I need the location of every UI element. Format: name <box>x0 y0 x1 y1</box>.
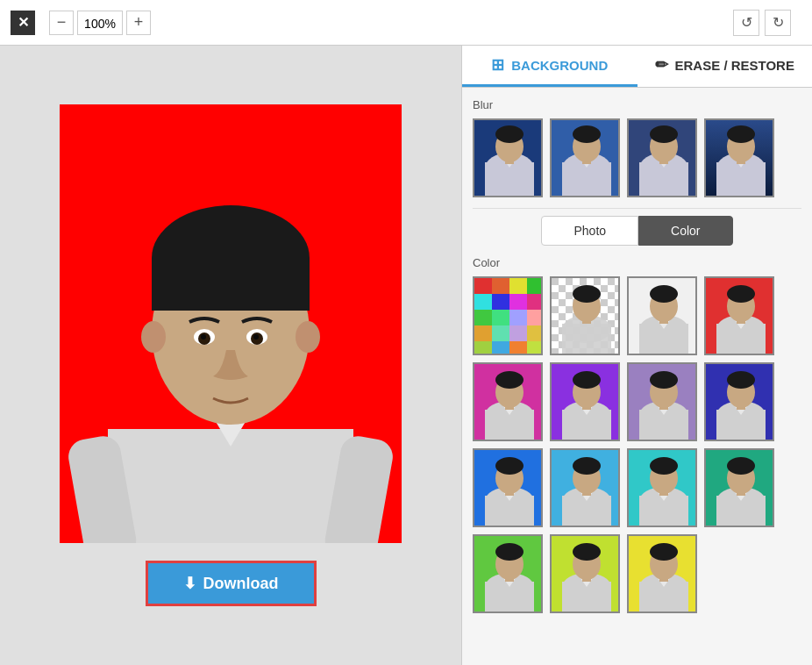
color-toggle-btn[interactable]: Color <box>638 216 732 246</box>
photo-color-toggle: Photo Color <box>473 216 801 246</box>
svg-point-85 <box>650 285 678 303</box>
svg-rect-51 <box>509 278 527 294</box>
svg-rect-54 <box>492 294 509 310</box>
color-sky-thumb[interactable] <box>550 448 620 527</box>
color-dark-blue-thumb[interactable] <box>704 362 774 441</box>
color-red-thumb[interactable] <box>704 276 774 355</box>
color-lavender-thumb[interactable] <box>627 362 697 441</box>
color-teal-thumb[interactable] <box>704 448 774 527</box>
svg-rect-57 <box>474 310 492 325</box>
tab-erase-label: ERASE / RESTORE <box>675 58 794 73</box>
blur-label: Blur <box>473 98 801 111</box>
svg-point-78 <box>573 285 601 303</box>
color-yellow-green-thumb[interactable] <box>550 534 620 613</box>
color-white-thumb[interactable] <box>627 276 697 355</box>
color-transparent-thumb[interactable] <box>550 276 620 355</box>
svg-rect-7 <box>152 258 310 311</box>
svg-point-47 <box>727 125 755 143</box>
svg-rect-61 <box>474 325 492 341</box>
download-icon: ⬇ <box>183 574 196 593</box>
photo-container: ⬇ Download <box>60 104 402 606</box>
svg-rect-66 <box>492 341 509 355</box>
panel-tabs: ⊞ BACKGROUND ✏ ERASE / RESTORE <box>462 46 812 88</box>
svg-point-15 <box>253 334 259 340</box>
svg-point-92 <box>727 285 755 303</box>
layers-icon: ⊞ <box>491 55 504 75</box>
svg-point-99 <box>495 371 524 389</box>
svg-rect-75 <box>562 324 611 355</box>
photo-toggle-btn[interactable]: Photo <box>541 216 638 246</box>
canvas-area: ⬇ Download <box>0 46 461 665</box>
tab-erase[interactable]: ✏ ERASE / RESTORE <box>637 46 813 87</box>
zoom-value: 100% <box>77 11 123 35</box>
svg-point-134 <box>573 457 601 475</box>
color-cyan-thumb[interactable] <box>627 448 697 527</box>
color-light-green-thumb[interactable] <box>473 534 543 613</box>
svg-point-32 <box>573 125 601 143</box>
svg-point-120 <box>727 371 755 389</box>
svg-rect-52 <box>527 278 543 294</box>
eraser-icon: ✏ <box>655 55 668 75</box>
svg-point-141 <box>650 457 678 475</box>
svg-rect-59 <box>509 310 527 325</box>
blur-thumb-3[interactable] <box>627 118 697 197</box>
svg-rect-68 <box>527 341 543 355</box>
svg-rect-65 <box>474 341 492 355</box>
redo-button[interactable]: ↻ <box>765 10 791 36</box>
svg-point-24 <box>495 125 524 143</box>
blur-thumb-1[interactable] <box>473 118 543 197</box>
top-bar: ✕ − 100% + ↺ ↻ <box>0 0 812 46</box>
svg-point-8 <box>141 321 166 353</box>
zoom-in-button[interactable]: + <box>126 11 151 35</box>
blur-thumb-4[interactable] <box>704 118 774 197</box>
svg-point-127 <box>495 457 524 475</box>
svg-rect-50 <box>492 278 509 294</box>
svg-point-14 <box>201 334 206 340</box>
svg-point-9 <box>296 321 320 353</box>
svg-rect-60 <box>527 310 543 325</box>
svg-point-169 <box>650 543 678 561</box>
svg-point-155 <box>495 543 524 561</box>
svg-rect-58 <box>492 310 509 325</box>
download-btn-wrapper: ⬇ Download <box>146 561 317 606</box>
tab-background[interactable]: ⊞ BACKGROUND <box>462 46 637 87</box>
zoom-controls: − 100% + <box>49 11 151 35</box>
svg-point-148 <box>727 457 755 475</box>
svg-rect-67 <box>509 341 527 355</box>
color-pink-thumb[interactable] <box>473 362 543 441</box>
svg-point-162 <box>573 543 601 561</box>
close-button[interactable]: ✕ <box>11 11 35 35</box>
svg-point-113 <box>650 371 678 389</box>
history-buttons: ↺ ↻ <box>733 10 791 36</box>
svg-rect-63 <box>509 325 527 341</box>
color-thumbnails <box>473 276 801 613</box>
tab-background-label: BACKGROUND <box>511 58 608 73</box>
color-bright-blue-thumb[interactable] <box>473 448 543 527</box>
color-label: Color <box>473 256 801 269</box>
svg-rect-53 <box>474 294 492 310</box>
right-panel: ⊞ BACKGROUND ✏ ERASE / RESTORE Blur <box>461 46 812 665</box>
undo-button[interactable]: ↺ <box>733 10 759 36</box>
svg-rect-64 <box>527 325 543 341</box>
svg-rect-49 <box>474 278 492 294</box>
main-content: ⬇ Download ⊞ BACKGROUND ✏ ERASE / RESTOR… <box>0 46 812 665</box>
svg-point-40 <box>650 125 678 143</box>
photo-frame <box>60 104 402 543</box>
color-yellow-thumb[interactable] <box>627 534 697 613</box>
color-palette-thumb[interactable] <box>473 276 543 355</box>
blur-thumbnails <box>473 118 801 197</box>
zoom-out-button[interactable]: − <box>49 11 74 35</box>
svg-rect-56 <box>527 294 543 310</box>
panel-content: Blur <box>462 88 812 665</box>
svg-point-106 <box>573 371 601 389</box>
svg-rect-55 <box>509 294 527 310</box>
blur-thumb-2[interactable] <box>550 118 620 197</box>
color-purple-thumb[interactable] <box>550 362 620 441</box>
download-label: Download <box>203 575 279 593</box>
svg-rect-62 <box>492 325 509 341</box>
divider-1 <box>473 208 801 209</box>
subject-photo <box>60 104 402 543</box>
download-button[interactable]: ⬇ Download <box>146 561 317 606</box>
